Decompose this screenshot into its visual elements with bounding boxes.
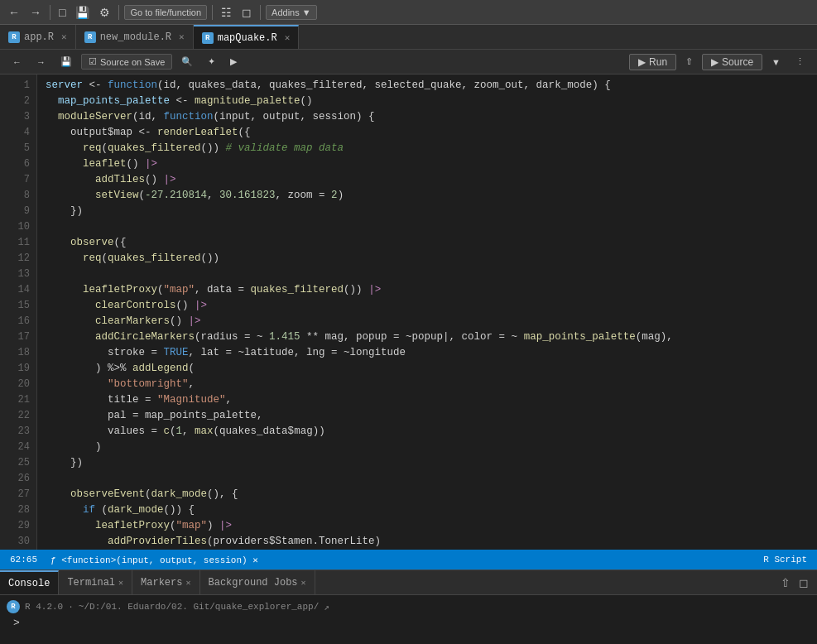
new-file-btn[interactable]: □: [55, 4, 69, 21]
tools-btn[interactable]: ⚙: [96, 4, 113, 21]
source-on-save-label: Source on Save: [100, 57, 165, 67]
expand-console-btn[interactable]: ◻: [795, 576, 812, 589]
source-btn[interactable]: ▶ Source: [702, 54, 762, 70]
run-btn[interactable]: ▶ Run: [629, 54, 676, 70]
back-btn[interactable]: ←: [5, 4, 23, 21]
view-btn[interactable]: ◻: [238, 4, 255, 21]
tab-app-r[interactable]: R app.R ✕: [0, 25, 76, 49]
context-info: ƒ <function>(input, output, session) ✕: [47, 555, 262, 565]
r-icon-3: R: [202, 32, 214, 44]
console-info-row: R R 4.2.0 · ~/D:/01. Eduardo/02. Git/qua…: [7, 598, 810, 615]
save-icon-btn[interactable]: 💾: [55, 54, 78, 70]
run-label: Run: [649, 56, 667, 68]
addins-btn[interactable]: Addins ▼: [266, 5, 317, 20]
console-prompt-line[interactable]: >: [7, 615, 810, 631]
top-toolbar: ← → □ 💾 ⚙ Go to file/function ☷ ◻ Addins…: [0, 0, 817, 25]
sep3: [212, 5, 213, 20]
tab-mapquake[interactable]: R mapQuake.R ✕: [194, 25, 300, 49]
close-markers[interactable]: ✕: [185, 578, 190, 588]
line-numbers: 12345 678910 1112131415 1617181920 21222…: [0, 74, 37, 550]
cursor-position: 62:65: [7, 555, 41, 565]
more-options-btn[interactable]: ⋮: [790, 54, 810, 70]
editor-toolbar: ← → 💾 ☑ Source on Save 🔍 ✦ ▶ ▶ Run ⇧ ▶ S…: [0, 50, 817, 74]
console-actions: ⇧ ◻: [777, 570, 817, 594]
tab-label-module: new_module.R: [100, 31, 171, 43]
console-separator: ·: [68, 602, 74, 612]
terminal-label: Terminal: [67, 577, 115, 589]
path-arrow-icon: ↗: [324, 602, 329, 613]
console-tab-label: Console: [8, 578, 50, 589]
r-icon-2: R: [84, 31, 96, 43]
close-terminal[interactable]: ✕: [118, 578, 123, 588]
goto-file-btn[interactable]: Go to file/function: [124, 5, 207, 20]
r-version: R 4.2.0: [25, 602, 63, 612]
sep1: [50, 5, 50, 20]
tab-label-app: app.R: [24, 31, 54, 43]
console-content: R R 4.2.0 · ~/D:/01. Eduardo/02. Git/qua…: [0, 595, 817, 634]
nav-right-btn[interactable]: →: [31, 55, 51, 70]
checkbox-icon: ☑: [89, 56, 97, 67]
console-tab-bar: Console Terminal ✕ Markers ✕ Background …: [0, 570, 817, 595]
source-label: Source: [722, 56, 753, 68]
search-btn[interactable]: 🔍: [175, 54, 199, 70]
status-bar: 62:65 ƒ <function>(input, output, sessio…: [0, 550, 817, 570]
r-circle-icon: R: [7, 600, 20, 613]
forward-btn[interactable]: →: [26, 4, 45, 21]
sep4: [260, 5, 261, 20]
console-tab-markers[interactable]: Markers ✕: [132, 570, 199, 594]
close-mapquake-tab[interactable]: ✕: [285, 32, 291, 43]
console-tab-terminal[interactable]: Terminal ✕: [59, 570, 132, 594]
r-icon: R: [8, 31, 20, 43]
bgjobs-label: Background Jobs: [209, 577, 298, 589]
console-panel: Console Terminal ✕ Markers ✕ Background …: [0, 570, 817, 634]
editor-area: 12345 678910 1112131415 1617181920 21222…: [0, 74, 817, 550]
tab-bar: R app.R ✕ R new_module.R ✕ R mapQuake.R …: [0, 25, 817, 50]
nav-left-btn[interactable]: ←: [7, 55, 27, 70]
close-module-tab[interactable]: ✕: [179, 31, 185, 42]
markers-label: Markers: [141, 577, 182, 589]
close-bgjobs[interactable]: ✕: [301, 578, 306, 588]
tab-new-module[interactable]: R new_module.R ✕: [76, 25, 194, 49]
compile-btn[interactable]: ▶: [224, 54, 243, 70]
sep2: [118, 5, 119, 20]
code-editor[interactable]: server <- function(id, quakes_data, quak…: [37, 74, 817, 550]
source-on-save-btn[interactable]: ☑ Source on Save: [81, 54, 172, 70]
console-path: ~/D:/01. Eduardo/02. Git/quake_explorer_…: [79, 602, 319, 612]
save-btn[interactable]: 💾: [72, 4, 93, 21]
source-dropdown-btn[interactable]: ▼: [766, 55, 786, 70]
minimize-console-btn[interactable]: ⇧: [777, 576, 794, 589]
run-icon: ▶: [638, 56, 646, 68]
grid-btn[interactable]: ☷: [218, 4, 235, 21]
script-type: R Script: [760, 555, 810, 565]
tab-label-mapquake: mapQuake.R: [218, 32, 277, 44]
prompt-symbol: >: [13, 617, 20, 629]
console-tab-background-jobs[interactable]: Background Jobs ✕: [200, 570, 315, 594]
magic-wand-btn[interactable]: ✦: [202, 54, 221, 70]
console-tab-console[interactable]: Console: [0, 570, 59, 594]
source-icon: ▶: [711, 56, 718, 68]
close-app-tab[interactable]: ✕: [61, 31, 67, 42]
minimize-editor-btn[interactable]: ⇧: [680, 54, 699, 70]
